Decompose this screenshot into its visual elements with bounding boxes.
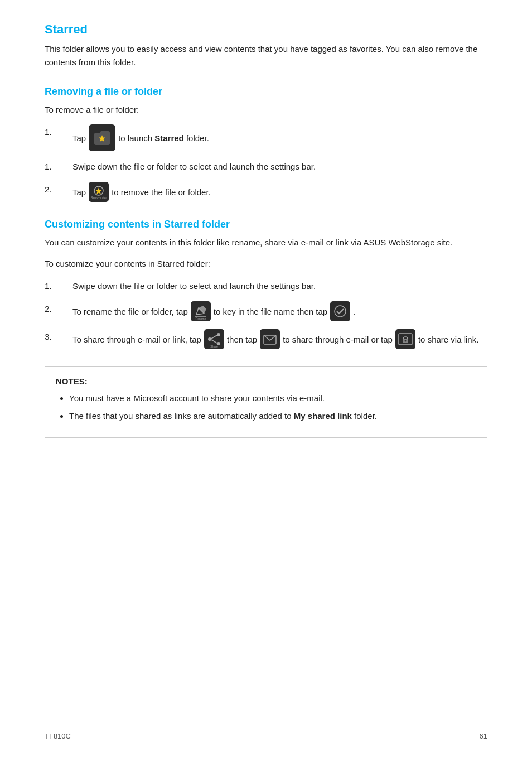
step-2a: 2. Tap Remove star to remove the file or… (45, 182, 487, 202)
step2-num-1: 1. (45, 278, 72, 293)
step2-num-3: 3. (45, 329, 72, 344)
footer-model: TF810C (45, 732, 71, 740)
confirm-icon (330, 301, 350, 321)
to-launch-label: to launch Starred folder. (118, 131, 209, 146)
step-1b: 1. Swipe down the file or folder to sele… (45, 159, 487, 174)
notes-title: NOTES: (56, 377, 476, 386)
section2-subintro2: To customize your contents in Starred fo… (45, 257, 487, 271)
step-num-1b: 1. (45, 159, 72, 173)
step2-content-2: To rename the file or folder, tap Rename… (72, 301, 355, 321)
rename-label-before: To rename the file or folder, tap (72, 304, 188, 319)
svg-point-12 (217, 333, 220, 336)
step-content-2a: Tap Remove star to remove the file or fo… (72, 182, 211, 202)
step-num-2a: 2. (45, 182, 72, 196)
step2-num-2: 2. (45, 301, 72, 316)
step2-1: 1. Swipe down the file or folder to sele… (45, 278, 487, 293)
svg-text:Rename: Rename (195, 317, 206, 320)
section1-title: Removing a file or folder (45, 86, 487, 98)
note-item-2: The files that you shared as links are a… (69, 409, 476, 423)
svg-rect-9 (330, 301, 350, 321)
step2-content-3: To share through e-mail or link, tap Sha… (72, 329, 478, 349)
rename-label-after: . (353, 304, 355, 319)
svg-rect-18 (260, 329, 280, 349)
email-share-icon (260, 329, 280, 349)
to-share-through-label: to share through e-mail or tap (283, 332, 393, 347)
svg-point-13 (208, 337, 211, 341)
rename-label-middle: to key in the file name then tap (214, 304, 327, 319)
starred-folder-icon (89, 124, 115, 151)
step-num-1a: 1. (45, 124, 72, 139)
section2-title: Customizing contents in Starred folder (45, 219, 487, 230)
step2-3: 3. To share through e-mail or link, tap … (45, 329, 487, 349)
link-share-icon (395, 329, 415, 349)
share-icon: Share (204, 329, 224, 349)
page-title: Starred (45, 22, 487, 37)
rename-icon: Rename (191, 301, 211, 321)
footer-page: 61 (480, 732, 487, 740)
my-shared-link-bold: My shared link (294, 411, 352, 421)
section1-subintro: To remove a file or folder: (45, 103, 487, 117)
svg-point-23 (404, 340, 406, 342)
notes-box: NOTES: You must have a Microsoft account… (45, 366, 487, 438)
svg-text:Remove star: Remove star (91, 196, 107, 199)
tap-label-2: Tap (72, 185, 86, 200)
swipe-down-label: Swipe down the file or folder to select … (72, 159, 316, 174)
step-content-1b: Swipe down the file or folder to select … (72, 159, 316, 174)
then-tap-label: then tap (227, 332, 257, 347)
remove-label: to remove the file or folder. (112, 185, 211, 200)
footer: TF810C 61 (45, 726, 487, 740)
intro-text: This folder allows you to easily access … (45, 42, 487, 69)
share-label-before: To share through e-mail or link, tap (72, 332, 201, 347)
note-text-2: The files that you shared as links are a… (69, 411, 377, 421)
section2-subintro1: You can customize your contents in this … (45, 236, 487, 249)
note-text-1: You must have a Microsoft account to sha… (69, 393, 325, 403)
swipe-down-label-2: Swipe down the file or folder to select … (72, 278, 316, 293)
step2-2: 2. To rename the file or folder, tap Ren… (45, 301, 487, 321)
tap-label-1: Tap (72, 131, 86, 146)
to-share-via-link-label: to share via link. (418, 332, 478, 347)
step-content-1a: Tap to launch Starred folder. (72, 124, 209, 151)
step2-content-1: Swipe down the file or folder to select … (72, 278, 316, 293)
step-1a: 1. Tap to launch Starred folder. (45, 124, 487, 151)
remove-star-icon: Remove star (89, 182, 109, 202)
note-item-1: You must have a Microsoft account to sha… (69, 392, 476, 405)
svg-text:Share: Share (210, 345, 218, 348)
